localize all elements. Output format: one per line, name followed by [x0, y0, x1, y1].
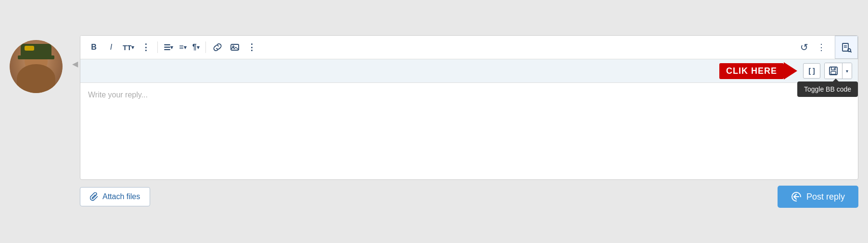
page-wrapper: ◀ B I TT▾ ⋮ ☰▾ ≡▾ ¶▾: [10, 35, 858, 208]
align-button[interactable]: ≡▾: [177, 40, 188, 55]
italic-button[interactable]: I: [103, 40, 119, 55]
source-view-button[interactable]: [835, 36, 858, 59]
undo-button[interactable]: ↺: [796, 40, 812, 55]
editor-body[interactable]: Write your reply...: [80, 83, 858, 179]
avatar: [10, 40, 63, 93]
reply-icon: [791, 191, 802, 202]
svg-rect-0: [231, 44, 239, 50]
avatar-hat: [21, 44, 51, 57]
image-button[interactable]: [227, 40, 243, 55]
collapse-handle[interactable]: ◀: [70, 59, 80, 68]
post-reply-button[interactable]: Post reply: [778, 186, 858, 208]
bb-toggle-button[interactable]: [ ]: [803, 63, 820, 79]
main-toolbar: B I TT▾ ⋮ ☰▾ ≡▾ ¶▾: [80, 36, 858, 59]
paperclip-icon: [90, 192, 99, 201]
paragraph-button[interactable]: ¶▾: [191, 40, 202, 55]
link-icon: [213, 42, 222, 52]
svg-rect-9: [831, 71, 836, 74]
kebab-button[interactable]: ⋮: [814, 40, 829, 55]
attach-files-label: Attach files: [102, 192, 140, 201]
svg-line-6: [851, 52, 852, 53]
editor-column: B I TT▾ ⋮ ☰▾ ≡▾ ¶▾: [80, 35, 858, 208]
save-button[interactable]: [825, 63, 842, 79]
list-label: ☰: [164, 43, 170, 52]
font-size-arrow: ▾: [131, 44, 134, 51]
font-size-label: TT: [123, 43, 131, 52]
paragraph-label: ¶: [192, 43, 197, 52]
toolbar-right: ↺ ⋮: [796, 40, 829, 55]
font-size-button[interactable]: TT▾: [121, 40, 136, 55]
list-button[interactable]: ☰▾: [162, 40, 175, 55]
image-icon: [230, 42, 240, 52]
align-arrow: ▾: [184, 44, 187, 51]
separator-1: [157, 41, 158, 53]
align-label: ≡: [179, 43, 183, 52]
save-button-group: ▾: [824, 63, 852, 79]
link-button[interactable]: [210, 40, 225, 55]
click-here-arrow-shape: [784, 62, 797, 80]
click-here-annotation: CLIK HERE: [719, 62, 797, 80]
editor-box: B I TT▾ ⋮ ☰▾ ≡▾ ¶▾: [80, 35, 858, 180]
save-icon: [829, 66, 838, 76]
click-here-label: CLIK HERE: [719, 63, 784, 79]
avatar-face: [10, 40, 63, 93]
editor-placeholder: Write your reply...: [88, 91, 148, 99]
second-toolbar: CLIK HERE [ ]: [80, 59, 858, 83]
post-reply-label: Post reply: [806, 192, 845, 202]
bb-code-tooltip: Toggle BB code: [797, 81, 858, 97]
bottom-bar: Attach files Post reply: [80, 186, 858, 208]
attach-files-button[interactable]: Attach files: [80, 187, 150, 206]
more-format-button[interactable]: ⋮: [138, 40, 153, 55]
separator-2: [205, 41, 206, 53]
more-insert-button[interactable]: ⋮: [244, 40, 260, 55]
save-dropdown-button[interactable]: ▾: [842, 63, 852, 79]
annotation-container: CLIK HERE: [86, 62, 801, 80]
source-icon: [841, 42, 852, 53]
paragraph-arrow: ▾: [197, 44, 200, 51]
list-arrow: ▾: [170, 44, 173, 51]
avatar-column: [10, 35, 70, 93]
bold-button[interactable]: B: [86, 40, 102, 55]
